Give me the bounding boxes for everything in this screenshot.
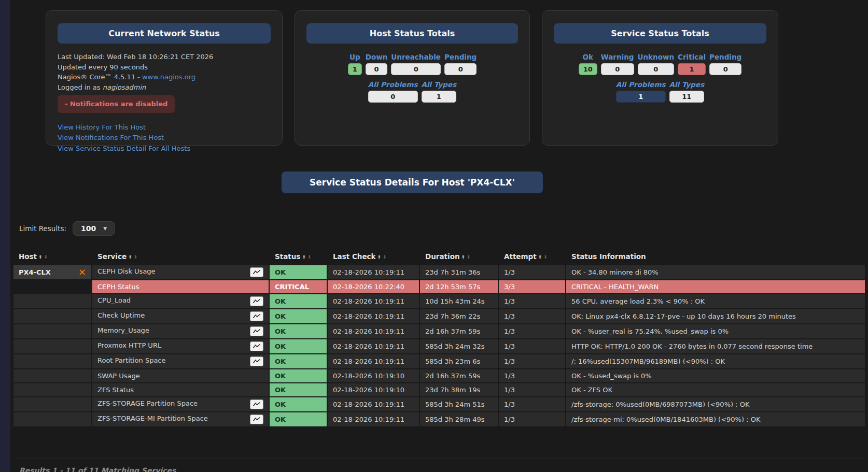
service-name-link[interactable]: ZFS-STORAGE Partition Space [97,399,198,407]
last-check-cell: 02-18-2026 10:19:10 [328,369,420,382]
service-total-pending-label[interactable]: Pending [709,53,741,61]
performance-graph-icon[interactable] [250,414,263,424]
sort-ascending-icon[interactable]: ⬆ [377,254,382,260]
host-cell [13,324,92,338]
proxmox-logo-icon[interactable]: ✕ [78,268,86,277]
service-name-link[interactable]: SWAP Usage [97,372,140,380]
service-name-link[interactable]: Check Uptime [97,311,145,319]
limit-results-dropdown[interactable]: 100 ▼ [73,221,115,236]
attempt-cell: 1/3 [499,294,566,308]
table-row: SWAP UsageOK02-18-2026 10:19:102d 16h 37… [13,369,865,382]
table-row: Memory_UsageOK02-18-2026 10:19:112d 16h … [13,324,865,338]
service-total-unknown-label[interactable]: Unknown [638,53,675,61]
last-check-cell: 02-18-2026 10:19:10 [328,383,420,396]
host-total-down-value: 0 [366,63,388,75]
view-notifications-link[interactable]: View Notifications For This Host [58,133,271,144]
service-total-ok-value: 10 [579,63,597,75]
service-name-link[interactable]: CEPH Status [97,283,139,291]
service-name-link[interactable]: CPU_Load [97,296,131,304]
host-total-pending-label[interactable]: Pending [444,53,477,61]
performance-graph-icon[interactable] [250,341,263,351]
performance-graph-icon[interactable] [250,399,263,409]
update-interval-text: Updated every 90 seconds [58,62,271,73]
last-check-cell: 02-18-2026 10:19:11 [328,294,420,308]
last-check-cell: 02-18-2026 10:19:11 [328,324,420,338]
service-cell: CEPH Status [92,280,270,293]
service-total-warning-value: 0 [601,63,634,75]
nagios-org-link[interactable]: www.nagios.org [142,73,195,81]
last-check-cell: 02-18-2026 10:19:11 [328,412,420,426]
sort-ascending-icon[interactable]: ⬆ [538,254,542,260]
service-cell: Proxmox HTTP URL [92,339,270,353]
notifications-disabled-badge: - Notifications are disabled [58,95,175,113]
table-row: CPU_LoadOK02-18-2026 10:19:1110d 15h 43m… [13,294,865,308]
status-cell: OK [270,383,328,396]
host-totals-grid: Up1 Down0 Unreachable0 Pending0 All Prob… [306,53,518,103]
status-cell: OK [270,397,328,411]
host-all-types-label[interactable]: All Types [422,80,457,89]
service-name-link[interactable]: CEPH Disk Usage [97,267,156,275]
sort-ascending-icon[interactable]: ⬆ [461,254,466,260]
service-total-critical-label[interactable]: Critical [678,53,706,61]
service-name-link[interactable]: Memory_Usage [97,326,149,334]
table-row: ZFS StatusOK02-18-2026 10:19:1023d 7h 38… [13,383,865,396]
service-all-types-value: 11 [669,91,705,103]
attempt-cell: 1/3 [499,339,566,353]
status-cell: OK [270,412,328,426]
sort-descending-icon[interactable]: ⬇ [307,254,312,260]
status-cell: OK [270,309,328,323]
chevron-down-icon: ▼ [103,226,107,231]
column-header-host: Host⬆⬇ [13,250,92,264]
performance-graph-icon[interactable] [250,356,263,366]
service-all-types-label[interactable]: All Types [669,80,705,89]
duration-cell: 585d 3h 28m 49s [420,412,499,426]
host-cell: PX4-CLX✕ [13,265,92,279]
service-cell: CPU_Load [92,294,270,308]
sort-descending-icon[interactable]: ⬇ [467,254,471,260]
host-cell [13,280,92,293]
service-name-link[interactable]: Root Partition Space [97,356,166,364]
service-name-link[interactable]: ZFS-STORAGE-MI Partition Space [97,414,208,422]
performance-graph-icon[interactable] [250,267,263,277]
version-line: Nagios® Core™ 4.5.11 - www.nagios.org [58,72,271,82]
view-service-status-detail-link[interactable]: View Service Status Detail For All Hosts [58,144,271,154]
last-check-cell: 02-18-2026 10:19:11 [328,265,420,279]
host-name-link[interactable]: PX4-CLX [19,268,51,276]
attempt-cell: 1/3 [499,412,566,426]
performance-graph-icon[interactable] [250,296,263,306]
duration-cell: 2d 16h 37m 59s [420,324,499,338]
current-network-status-panel: Current Network Status Last Updated: Wed… [46,10,283,146]
sort-ascending-icon[interactable]: ⬆ [302,254,306,260]
host-all-problems-label[interactable]: All Problems [368,80,418,89]
last-check-cell: 02-18-2026 10:19:11 [328,397,420,411]
limit-results-value: 100 [81,224,96,233]
performance-graph-icon[interactable] [250,326,263,336]
service-name-link[interactable]: Proxmox HTTP URL [97,341,161,349]
table-row: CEPH StatusCRITICAL02-18-2026 10:22:402d… [13,280,865,293]
service-cell: ZFS-STORAGE Partition Space [92,397,270,411]
sort-ascending-icon[interactable]: ⬆ [38,254,43,260]
host-total-up-label[interactable]: Up [349,53,360,61]
sort-descending-icon[interactable]: ⬇ [44,254,48,260]
status-information-cell: /: 16%used(15307MB/96189MB) (<90%) : OK [566,354,865,368]
service-cell: Root Partition Space [92,354,270,368]
service-all-problems-label[interactable]: All Problems [616,80,666,89]
host-total-down-label[interactable]: Down [366,53,388,61]
host-total-unreachable-label[interactable]: Unreachable [391,53,441,61]
service-total-warning-label[interactable]: Warning [601,53,634,61]
status-information-cell: HTTP OK: HTTP/1.0 200 OK - 2760 bytes in… [566,339,865,353]
host-view-links: View History For This Host View Notifica… [58,122,271,154]
sort-ascending-icon[interactable]: ⬆ [128,254,132,260]
sort-descending-icon[interactable]: ⬇ [134,254,138,260]
performance-graph-icon[interactable] [250,311,263,321]
sort-descending-icon[interactable]: ⬇ [543,254,548,260]
service-cell: Memory_Usage [92,324,270,338]
limit-results-row: Limit Results: 100 ▼ [19,221,868,236]
view-history-link[interactable]: View History For This Host [58,122,271,133]
duration-cell: 585d 3h 23m 6s [420,354,499,368]
service-total-ok-label[interactable]: Ok [583,53,593,61]
status-information-cell: OK: Linux px4-clx 6.8.12-17-pve - up 10 … [566,309,865,323]
sort-descending-icon[interactable]: ⬇ [383,254,387,260]
status-cell: CRITICAL [270,280,328,293]
service-name-link[interactable]: ZFS Status [97,386,134,394]
